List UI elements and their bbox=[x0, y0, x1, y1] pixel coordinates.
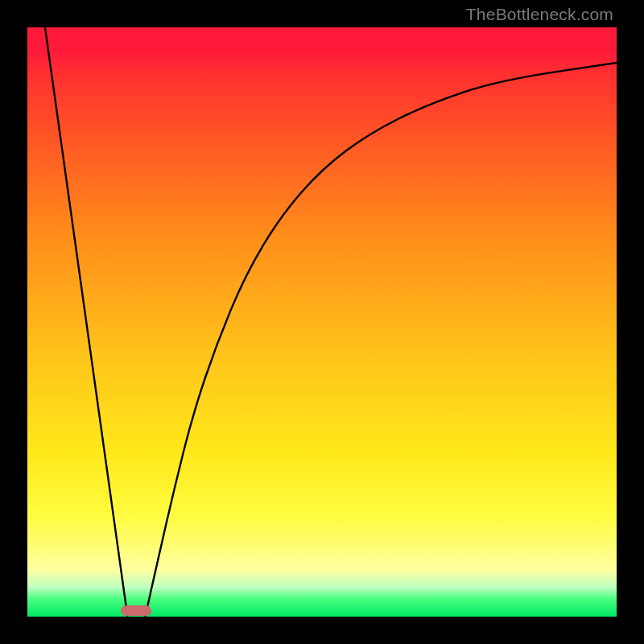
marker-pill bbox=[121, 605, 151, 616]
chart-curve-path bbox=[45, 27, 617, 617]
chart-plot-area bbox=[27, 27, 617, 617]
watermark-text: TheBottleneck.com bbox=[466, 5, 613, 24]
chart-curve bbox=[27, 27, 617, 617]
